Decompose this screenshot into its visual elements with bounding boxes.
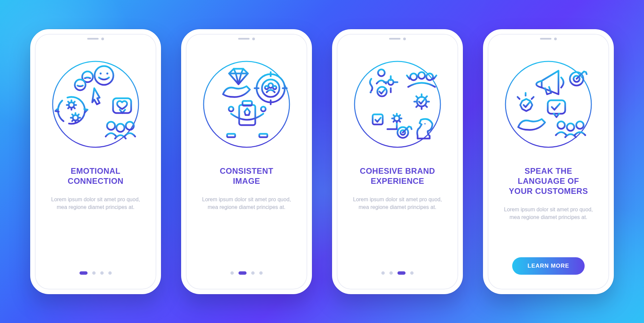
page-dot[interactable]	[108, 271, 112, 275]
screen-description: Lorem ipsum dolor sit amet pro quod, mea…	[196, 196, 297, 211]
phone-notch	[374, 35, 421, 43]
screen-description: Lorem ipsum dolor sit amet pro quod, mea…	[45, 196, 146, 211]
page-dot[interactable]	[397, 271, 406, 275]
svg-rect-27	[259, 134, 267, 137]
screen-title: CONSISTENT IMAGE	[220, 166, 273, 186]
consistent-image-icon	[200, 57, 293, 151]
svg-point-47	[567, 123, 574, 131]
customer-language-icon	[501, 57, 595, 151]
page-dot[interactable]	[238, 271, 247, 275]
svg-rect-20	[243, 101, 252, 106]
page-dot[interactable]	[259, 271, 263, 275]
svg-point-10	[107, 122, 115, 130]
screen-description: Lorem ipsum dolor sit amet pro quod, mea…	[498, 206, 599, 221]
svg-point-34	[418, 72, 425, 79]
svg-point-2	[100, 72, 102, 74]
page-dot[interactable]	[410, 271, 414, 275]
phone-notch	[223, 35, 270, 43]
emotional-connection-icon	[49, 57, 143, 151]
page-dot[interactable]	[100, 271, 104, 275]
svg-point-48	[576, 121, 584, 129]
phone-notch	[72, 35, 119, 43]
svg-point-33	[410, 73, 417, 80]
page-dot[interactable]	[251, 271, 255, 275]
phone-mockup-4: SPEAK THE LANGUAGE OF YOUR CUSTOMERS Lor…	[483, 29, 614, 294]
page-dot[interactable]	[230, 271, 234, 275]
page-dot[interactable]	[389, 271, 393, 275]
cohesive-brand-icon	[351, 57, 444, 151]
page-indicator	[381, 271, 414, 275]
screen-title: SPEAK THE LANGUAGE OF YOUR CUSTOMERS	[509, 166, 588, 196]
phone-mockup-1: EMOTIONAL CONNECTION Lorem ipsum dolor s…	[30, 29, 161, 294]
svg-point-35	[426, 73, 433, 80]
svg-rect-26	[227, 134, 235, 137]
svg-point-30	[370, 91, 372, 93]
learn-more-button[interactable]: LEARN MORE	[512, 257, 585, 275]
screen-description: Lorem ipsum dolor sit amet pro quod, mea…	[347, 196, 448, 211]
screen-title: COHESIVE BRAND EXPERIENCE	[360, 166, 435, 186]
page-dot[interactable]	[79, 271, 88, 275]
svg-point-1	[95, 66, 113, 85]
svg-point-11	[116, 124, 124, 132]
svg-point-41	[424, 123, 426, 124]
svg-rect-9	[113, 98, 131, 113]
phone-mockup-2: CONSISTENT IMAGE Lorem ipsum dolor sit a…	[181, 29, 312, 294]
svg-point-46	[557, 121, 565, 129]
svg-point-18	[273, 86, 276, 89]
phone-mockup-3: COHESIVE BRAND EXPERIENCE Lorem ipsum do…	[332, 29, 463, 294]
svg-point-5	[75, 79, 86, 90]
page-dot[interactable]	[381, 271, 385, 275]
svg-point-25	[261, 107, 266, 111]
svg-point-32	[388, 79, 393, 85]
page-dot[interactable]	[92, 271, 96, 275]
svg-point-23	[229, 107, 233, 111]
screen-title: EMOTIONAL CONNECTION	[68, 166, 123, 186]
svg-point-29	[378, 69, 385, 76]
svg-point-17	[265, 86, 268, 89]
page-indicator	[79, 271, 112, 275]
svg-point-3	[106, 72, 108, 74]
svg-rect-37	[373, 114, 383, 124]
phone-notch	[525, 35, 572, 43]
page-indicator	[230, 271, 263, 275]
phone-stage: EMOTIONAL CONNECTION Lorem ipsum dolor s…	[0, 0, 644, 323]
